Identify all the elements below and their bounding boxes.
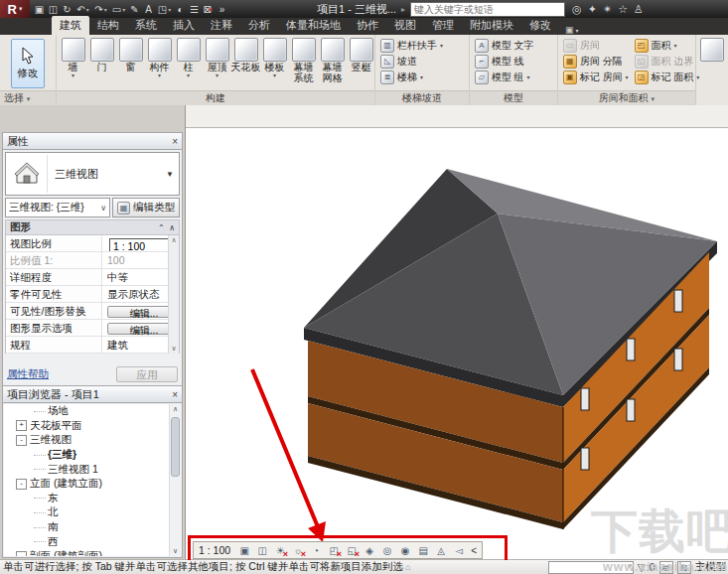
favorites-icon[interactable]: ☆ (618, 3, 628, 16)
properties-title-bar[interactable]: 属性 × (3, 133, 182, 150)
mullion-button[interactable]: 竖梃 (347, 37, 375, 73)
curtain-system-button[interactable]: 幕墙 系统 (289, 37, 318, 84)
tree-scrollbar[interactable]: ∧ ∨ (169, 404, 181, 556)
help-search-input[interactable] (410, 2, 565, 17)
save-icon[interactable]: ◫ (47, 2, 60, 17)
door-button[interactable]: 门 (87, 37, 116, 73)
collapse-section-icon[interactable]: ⌃ ∧ (158, 223, 175, 232)
window-button[interactable]: 窗 (116, 37, 145, 73)
temporary-hide-isolate-icon[interactable]: ◎ (379, 544, 395, 557)
properties-scrollbar[interactable]: ∧∨ (168, 235, 179, 354)
roof-back-left-face[interactable] (304, 169, 498, 328)
room-area-panel-label[interactable]: 房间和面积 ▾ (558, 90, 695, 105)
collapse-icon[interactable]: - (16, 479, 27, 490)
tree-item-elevations[interactable]: -立面 (建筑立面) (4, 477, 181, 492)
tab-insert[interactable]: 插入 (165, 16, 203, 35)
communication-center-icon[interactable]: ✴ (603, 3, 612, 16)
analytical-model-icon[interactable]: ◬ (433, 544, 449, 557)
detail-level-icon[interactable]: ◫ (254, 544, 270, 557)
tab-structure[interactable]: 结构 (89, 16, 127, 35)
column-button[interactable]: 柱 (174, 37, 203, 77)
model-line-button[interactable]: ⌐模型 线 (475, 54, 534, 69)
ribbon-display-toggle-icon[interactable]: ▣▾ (565, 25, 579, 35)
tab-massing-site[interactable]: 体量和场地 (278, 16, 349, 35)
crop-view-icon[interactable]: ◰ (326, 544, 342, 557)
default-3d-view-icon[interactable]: ◳▾ (156, 2, 173, 17)
tag-area-button[interactable]: ◲标记 面积 (635, 70, 700, 84)
tree-item-3d-view-1[interactable]: 三维视图 1 (4, 462, 181, 477)
floor-button[interactable]: 楼板 (260, 37, 289, 77)
undo-icon[interactable]: ↶▾ (74, 2, 91, 17)
graphics-section-header[interactable]: 图形 ⌃ ∧ (5, 219, 180, 235)
wall-button[interactable]: 墙 (59, 37, 87, 77)
scrollbar-thumb[interactable] (171, 417, 180, 477)
area-button[interactable]: ◰面积 (635, 38, 700, 53)
text-icon[interactable]: A (142, 2, 155, 17)
type-selector[interactable]: 三维视图 ▼ (5, 152, 180, 196)
close-hidden-windows-icon[interactable]: ⊠× (202, 2, 215, 17)
tab-analyze[interactable]: 分析 (240, 16, 278, 35)
windows[interactable] (581, 290, 682, 470)
tab-modify[interactable]: 修改 (521, 16, 559, 35)
tab-collaborate[interactable]: 协作 (349, 16, 386, 35)
tree-item-ceiling-plans[interactable]: +天花板平面 (4, 419, 181, 434)
wall-right-upper[interactable] (563, 252, 709, 463)
roof-button[interactable]: 屋顶 (203, 37, 231, 77)
roof-back-right-face[interactable] (447, 169, 717, 241)
close-icon[interactable]: × (172, 136, 178, 147)
railing-button[interactable]: ▥栏杆扶手 (380, 38, 443, 53)
reveal-hidden-elements-icon[interactable]: ◉ (397, 544, 413, 557)
worksharing-icon[interactable]: ⌂ (405, 562, 410, 572)
customize-qat-icon[interactable]: » (216, 2, 228, 17)
application-menu-button[interactable]: R ▾ (0, 0, 30, 18)
wall-front-upper[interactable] (308, 341, 563, 463)
reveal-constraints-icon[interactable]: ◅ (451, 544, 467, 557)
tab-systems[interactable]: 系统 (127, 16, 165, 35)
tab-view[interactable]: 视图 (386, 16, 424, 35)
collapse-icon[interactable]: - (16, 435, 27, 446)
ceiling-button[interactable]: 天花板 (231, 37, 260, 73)
model-text-button[interactable]: A模型 文字 (475, 38, 534, 53)
switch-windows-icon[interactable]: ▭▾ (110, 2, 127, 17)
lock-3d-view-icon[interactable]: ◈ (362, 544, 377, 557)
tree-item-north[interactable]: 北 (4, 505, 181, 520)
wall-front-lower[interactable] (308, 403, 563, 522)
tree-item-3d-views[interactable]: -三维视图 (4, 433, 181, 448)
search-icon[interactable]: ◎ (572, 3, 582, 16)
component-button[interactable]: 构件 (145, 37, 174, 77)
tree-item-south[interactable]: 南 (4, 520, 181, 535)
thin-lines-icon[interactable]: ☰ (188, 2, 201, 17)
area-boundary-button[interactable]: ◱面积 边界 (635, 54, 700, 69)
drawing-area[interactable]: 1 : 100 ▣ ◫ ☀ ☼ ◔ ◰ ◱ ◈ ◎ ◉ ▤ ◬ ◅ < 下载吧 (185, 105, 728, 560)
tree-item-3d-default[interactable]: {三维} (4, 448, 181, 463)
sign-in-icon[interactable]: ♙ (634, 3, 644, 16)
tag-room-button[interactable]: ▣标记 房间 (563, 70, 629, 84)
modify-button[interactable]: 修改 (11, 39, 45, 88)
close-icon[interactable]: × (172, 389, 178, 400)
select-panel-label[interactable]: 选择 ▾ (0, 90, 56, 105)
rendering-dialog-icon[interactable]: ◔ (308, 544, 324, 557)
sync-icon[interactable]: ↻ (61, 2, 73, 17)
project-browser-title-bar[interactable]: 项目浏览器 - 项目1 × (3, 386, 182, 403)
opening-icon[interactable] (700, 38, 724, 62)
wall-right-lower[interactable] (563, 315, 709, 522)
open-icon[interactable]: ▣ (33, 2, 46, 17)
tree-item-site[interactable]: 场地 (4, 404, 181, 419)
tab-manage[interactable]: 管理 (424, 16, 462, 35)
stair-button[interactable]: ≣楼梯 (380, 70, 443, 84)
collapse-vcb-icon[interactable]: < (471, 545, 477, 556)
room-button[interactable]: ▭房间 (563, 38, 629, 53)
tab-annotate[interactable]: 注释 (203, 16, 240, 35)
model-group-button[interactable]: ▱模型 组 (475, 70, 534, 84)
tab-architecture[interactable]: 建筑 (52, 16, 89, 35)
edit-type-button[interactable]: ▦ 编辑类型 (112, 198, 180, 217)
redo-icon[interactable]: ↷▾ (92, 2, 109, 17)
temporary-view-properties-icon[interactable]: ▤ (415, 544, 431, 557)
roof-front-face[interactable] (304, 214, 563, 395)
show-crop-region-icon[interactable]: ▣ (236, 544, 252, 557)
ramp-button[interactable]: ◺坡道 (380, 54, 443, 69)
tab-addins[interactable]: 附加模块 (462, 16, 521, 35)
tree-item-west[interactable]: 西 (4, 534, 181, 549)
measure-icon[interactable]: ✎ (128, 2, 141, 17)
roof-right-face[interactable] (498, 214, 717, 395)
